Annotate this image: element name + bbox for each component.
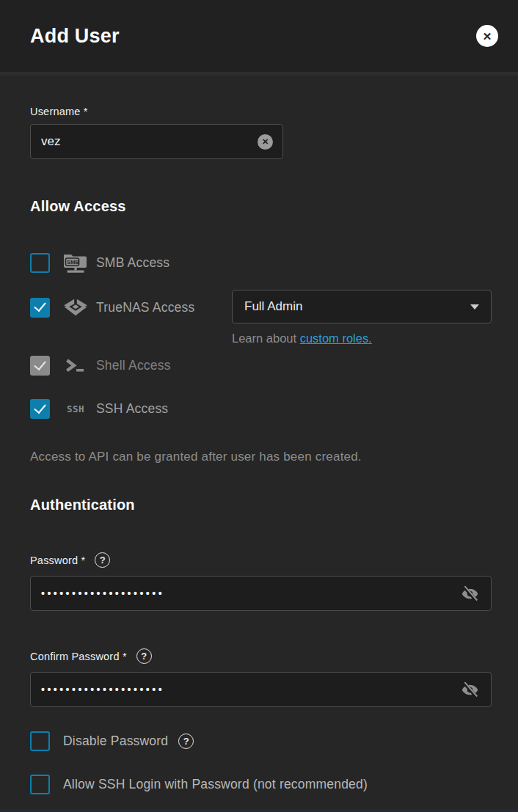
disable-password-checkbox[interactable] — [30, 731, 50, 751]
disable-password-label: Disable Password — [63, 734, 168, 749]
clear-icon[interactable]: ✕ — [258, 134, 273, 150]
authentication-heading: Authentication — [30, 497, 492, 513]
access-row-smb: SMB SMB Access — [30, 252, 492, 274]
terminal-icon — [62, 359, 90, 373]
username-group: Username * vez ✕ — [30, 106, 492, 159]
password-input[interactable]: •••••••••••••••••••• — [30, 576, 492, 611]
bottom-edge-strip — [0, 809, 518, 812]
access-row-shell: Shell Access — [30, 356, 492, 376]
visibility-off-icon[interactable] — [461, 681, 479, 699]
dialog-title: Add User — [30, 25, 120, 48]
role-hint-prefix: Learn about — [232, 332, 300, 345]
disable-password-row[interactable]: Disable Password ? — [30, 731, 492, 751]
ssh-access-label: SSH Access — [96, 401, 168, 417]
role-select[interactable]: Full Admin — [232, 290, 492, 323]
custom-roles-link[interactable]: custom roles. — [300, 332, 372, 345]
help-icon[interactable]: ? — [136, 648, 152, 664]
username-label: Username * — [30, 106, 492, 117]
chevron-down-icon — [470, 304, 479, 310]
smb-access-label: SMB Access — [96, 255, 169, 271]
access-row-truenas: TrueNAS Access Full Admin Learn about cu… — [30, 290, 492, 345]
username-input[interactable]: vez ✕ — [30, 124, 283, 159]
truenas-access-label: TrueNAS Access — [96, 300, 194, 315]
help-icon[interactable]: ? — [95, 552, 110, 568]
shell-access-toggle: Shell Access — [30, 356, 232, 376]
truenas-logo-icon — [62, 297, 90, 318]
username-value: vez — [41, 134, 258, 149]
api-note: Access to API can be granted after user … — [30, 450, 492, 464]
dialog-content: Username * vez ✕ Allow Access SMB SMB Ac… — [0, 106, 518, 794]
confirm-password-group: Confirm Password * ? •••••••••••••••••••… — [30, 648, 492, 707]
password-group: Password * ? •••••••••••••••••••• — [30, 552, 492, 611]
dialog-header: Add User ✕ — [0, 0, 518, 76]
confirm-password-value: •••••••••••••••••••• — [41, 684, 461, 695]
role-hint: Learn about custom roles. — [232, 332, 492, 345]
smb-share-icon: SMB — [62, 252, 90, 274]
allow-ssh-login-checkbox[interactable] — [30, 775, 50, 794]
allow-access-heading: Allow Access — [30, 198, 492, 215]
ssh-icon: SSH — [62, 403, 90, 414]
shell-access-checkbox — [30, 356, 50, 376]
confirm-password-label: Confirm Password * — [30, 651, 127, 662]
role-select-value: Full Admin — [244, 299, 470, 314]
password-label: Password * — [30, 555, 85, 566]
allow-ssh-login-row[interactable]: Allow SSH Login with Password (not recom… — [30, 775, 492, 794]
svg-text:SMB: SMB — [67, 259, 79, 266]
shell-access-label: Shell Access — [96, 358, 171, 373]
role-column: Full Admin Learn about custom roles. — [232, 290, 492, 345]
truenas-access-toggle[interactable]: TrueNAS Access — [30, 297, 232, 318]
truenas-access-checkbox[interactable] — [30, 298, 50, 318]
ssh-access-checkbox[interactable] — [30, 399, 50, 419]
smb-access-checkbox[interactable] — [30, 253, 50, 273]
password-value: •••••••••••••••••••• — [41, 588, 461, 599]
confirm-password-input[interactable]: •••••••••••••••••••• — [30, 672, 492, 707]
access-row-ssh: SSH SSH Access — [30, 399, 492, 419]
visibility-off-icon[interactable] — [461, 585, 479, 603]
smb-access-toggle[interactable]: SMB SMB Access — [30, 252, 232, 274]
close-icon[interactable]: ✕ — [476, 25, 498, 47]
help-icon[interactable]: ? — [178, 734, 194, 749]
ssh-access-toggle[interactable]: SSH SSH Access — [30, 399, 232, 419]
allow-ssh-login-label: Allow SSH Login with Password (not recom… — [63, 777, 368, 792]
